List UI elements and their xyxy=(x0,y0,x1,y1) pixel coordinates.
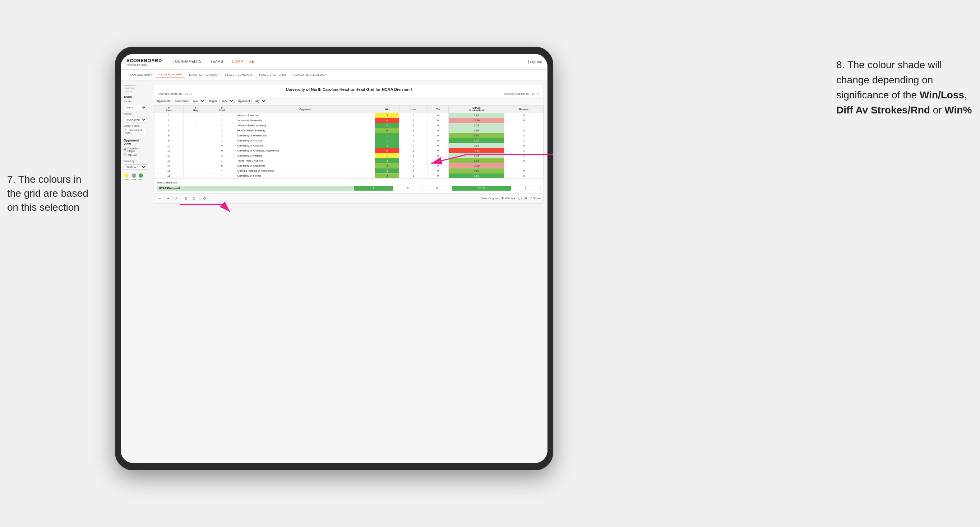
bold-diff: Diff Av Strokes/Rnd xyxy=(836,105,930,116)
table-row: 4-1Arizona State University5102.28 xyxy=(154,123,544,128)
opponent-filter: Opponent (All) xyxy=(238,99,267,103)
colour-legend: Down Level Up xyxy=(124,173,147,181)
gender-field: Gender Men's xyxy=(124,100,147,110)
col-conf: #Conf xyxy=(208,106,235,113)
colour-dot-up xyxy=(138,173,143,178)
colour-by-select[interactable]: Win/loss xyxy=(124,164,147,170)
opponents-label: Opponents: xyxy=(157,100,171,102)
table-row: 13-1Texas Tech University3005.569 xyxy=(154,158,544,163)
toolbar-grid[interactable]: ⊡ xyxy=(191,196,197,201)
ood-title: Out of division xyxy=(157,181,541,184)
subnav-player-summary[interactable]: PLAYER SUMMARY xyxy=(223,72,256,78)
ood-win: 1 xyxy=(354,186,393,191)
sign-out-link[interactable]: | Sign out xyxy=(528,60,542,63)
colour-by-label: Colour by xyxy=(124,160,147,162)
ood-table: NCAA Division II 1 0 0 26.00 3 xyxy=(157,186,541,191)
subnav-team-summary[interactable]: TEAM SUMMARY xyxy=(125,72,155,78)
last-updated: Last Updated: 27/03/2024 16:55:38 xyxy=(124,84,147,93)
region-select[interactable]: (All) xyxy=(219,99,235,103)
nav-teams[interactable]: TEAMS xyxy=(207,58,227,65)
toolbar-divider1 xyxy=(181,196,181,201)
opponent-select[interactable]: (All) xyxy=(251,99,267,103)
comments-btn[interactable]: 💬 xyxy=(518,197,522,200)
filter-row: Opponents: Conference (All) Region (All) xyxy=(154,97,544,105)
opponents-filter: Opponents: xyxy=(157,100,171,102)
ood-division: NCAA Division II xyxy=(158,186,354,191)
bold-win-loss: Win/Loss xyxy=(920,89,964,100)
col-diff: Diff AvStrokes/Rnd xyxy=(449,106,504,113)
toolbar-undo[interactable]: ↩ xyxy=(157,196,163,201)
table-row: 16-7University of Florida3106.629 xyxy=(154,173,544,178)
data-table: #Rank #Reg #Conf Opponent Win Loss Tie D… xyxy=(154,105,544,178)
table-row: 6-2Florida State University4201.8312 xyxy=(154,128,544,133)
region-label: Region xyxy=(209,100,218,102)
col-rounds: Rounds xyxy=(504,106,544,113)
opponent-view-title: Opponent View xyxy=(124,138,147,146)
sidebar: Last Updated: 27/03/2024 16:55:38 Team G… xyxy=(121,80,150,463)
conference-filter: Conference (All) xyxy=(175,99,205,103)
subnav-team-h2h-heatmap[interactable]: TEAM H2H HEATMAP xyxy=(186,72,222,78)
present-btn[interactable]: ⊞ xyxy=(525,197,527,200)
gender-select[interactable]: Men's xyxy=(124,105,147,110)
colour-by-section: Colour by Win/loss xyxy=(124,160,147,170)
region-filter: Region (All) xyxy=(209,99,235,103)
main-content: Last Updated: 27/03/2024 16:55:38 Team G… xyxy=(121,80,547,463)
division-field: Division NCAA Division I xyxy=(124,113,147,122)
toolbar-divider2 xyxy=(199,196,199,201)
ipad-screen: SCOREBOARD Powered by clippd TOURNAMENTS… xyxy=(121,54,547,463)
radio-top100[interactable]: Top 100 xyxy=(124,153,147,156)
sub-nav: TEAM SUMMARY TEAM H2H GRID TEAM H2H HEAT… xyxy=(121,70,547,80)
division-select[interactable]: NCAA Division I xyxy=(124,117,147,122)
toolbar-right: View: Original 👁 Watch ▾ 💬 ⊞ ↗ Share xyxy=(480,197,541,200)
ipad-frame: SCOREBOARD Powered by clippd TOURNAMENTS… xyxy=(115,47,553,470)
team-section-title: Team xyxy=(124,95,147,99)
watch-btn[interactable]: 👁 Watch ▾ xyxy=(501,197,515,200)
col-loss: Loss xyxy=(399,106,427,113)
opponent-label: Opponent xyxy=(238,100,250,102)
subnav-team-h2h-grid[interactable]: TEAM H2H GRID xyxy=(156,71,185,78)
radio-opponents-played[interactable]: Opponents Played xyxy=(124,147,147,152)
nav-tournaments[interactable]: TOURNAMENTS xyxy=(169,58,205,65)
opponent-view-section: Opponent View Opponents Played Top 100 xyxy=(124,138,147,156)
app-header: SCOREBOARD Powered by clippd TOURNAMENTS… xyxy=(121,54,547,70)
bold-win-pct: Win% xyxy=(945,105,972,116)
division-record: Division Record: 88 - 17 - 0 xyxy=(504,92,539,95)
annotation-left: 7. The colours in the grid are based on … xyxy=(7,172,108,215)
conference-select[interactable]: (All) xyxy=(190,99,205,103)
nav-committee[interactable]: COMMITTEE xyxy=(228,58,258,65)
overall-record: Overall Record: 89 - 17 - 0 xyxy=(158,92,192,95)
colour-label-down: Down xyxy=(124,178,129,181)
table-row: 9-1University of Arizona1009.002 xyxy=(154,138,544,143)
toolbar-clock[interactable]: ⏱ xyxy=(202,196,208,201)
table-row: 15-4Georgia Institute of Technology5004.… xyxy=(154,168,544,173)
colour-dot-down xyxy=(124,173,129,178)
table-row: 8-2University of Washington1003.673 xyxy=(154,133,544,138)
radio-dot-opponents xyxy=(124,148,126,151)
table-row: 10-5University of Alabama3002.618 xyxy=(154,143,544,148)
toolbar-camera[interactable]: ⊞ xyxy=(183,196,189,201)
ood-rounds: 3 xyxy=(511,186,540,191)
grid-title: University of North Carolina Head-to-Hea… xyxy=(158,87,539,92)
colour-label-up: Up xyxy=(139,178,142,181)
table-row: 3-2Vanderbilt University040-2.298 xyxy=(154,118,544,123)
toolbar-reset[interactable]: ↺ xyxy=(173,196,178,201)
col-rank: #Rank xyxy=(154,106,184,113)
share-btn[interactable]: ↗ Share xyxy=(530,197,541,200)
logo-area: SCOREBOARD Powered by clippd xyxy=(126,57,162,66)
toolbar-redo[interactable]: ↪ xyxy=(165,196,171,201)
table-row: 12-3University of Virginia1202.333 xyxy=(154,153,544,158)
colour-level: Level xyxy=(131,173,136,181)
school-label: School (Rank) xyxy=(124,125,147,127)
col-tie: Tie xyxy=(428,106,449,113)
view-original-btn[interactable]: View: Original xyxy=(480,197,498,200)
ood-row: NCAA Division II 1 0 0 26.00 3 xyxy=(158,186,541,191)
subnav-player-h2h-heatmap[interactable]: PLAYER H2H HEATMAP xyxy=(290,72,329,78)
school-value: 1. University of Nort... xyxy=(124,128,147,135)
radio-dot-top100 xyxy=(124,153,126,156)
subnav-player-h2h-grid[interactable]: PLAYER H2H GRID xyxy=(256,72,289,78)
grid-container: University of North Carolina Head-to-Hea… xyxy=(154,84,544,203)
colour-dot-level xyxy=(132,173,136,178)
tableau-toolbar: ↩ ↪ ↺ ⊞ ⊡ ⏱ View: Original xyxy=(154,193,544,203)
grid-title-area: University of North Carolina Head-to-Hea… xyxy=(154,84,544,97)
app-logo-sub: Powered by clippd xyxy=(126,63,162,66)
